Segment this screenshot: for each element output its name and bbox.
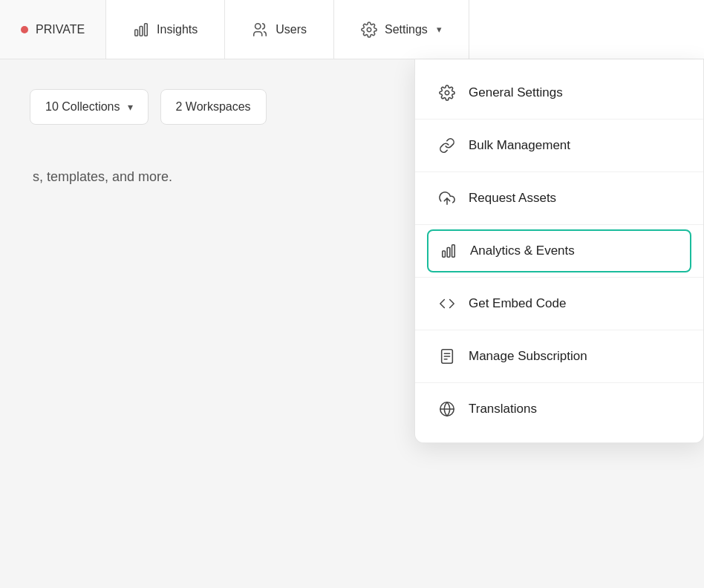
- settings-dropdown: General Settings Bulk Management Request…: [414, 59, 704, 443]
- bar-chart-nav-icon: [133, 22, 149, 38]
- users-label: Users: [276, 23, 307, 36]
- analytics-events-label: Analytics & Events: [470, 244, 575, 258]
- nav-users[interactable]: Users: [225, 0, 334, 59]
- gear-icon: [439, 85, 455, 101]
- globe-icon: [439, 401, 455, 417]
- collections-chevron-icon: ▾: [128, 101, 133, 113]
- dropdown-item-general-settings[interactable]: General Settings: [415, 71, 703, 114]
- dropdown-item-translations[interactable]: Translations: [415, 388, 703, 431]
- users-nav-icon: [252, 22, 268, 38]
- divider-1: [415, 119, 703, 120]
- divider-2: [415, 172, 703, 172]
- settings-label: Settings: [385, 23, 428, 36]
- dropdown-item-get-embed-code[interactable]: Get Embed Code: [415, 282, 703, 325]
- private-dot-icon: [21, 26, 28, 33]
- svg-rect-0: [135, 30, 138, 36]
- dropdown-item-analytics-events[interactable]: Analytics & Events: [427, 229, 691, 272]
- svg-point-4: [367, 27, 371, 32]
- link-icon: [439, 137, 455, 154]
- svg-point-5: [445, 91, 449, 95]
- svg-rect-9: [452, 245, 455, 258]
- analytics-bar-chart-icon: [440, 243, 457, 259]
- request-assets-label: Request Assets: [469, 191, 556, 206]
- private-label: PRIVATE: [36, 23, 85, 36]
- dropdown-item-request-assets[interactable]: Request Assets: [415, 177, 703, 220]
- private-badge-item[interactable]: PRIVATE: [0, 0, 106, 59]
- workspaces-filter-button[interactable]: 2 Workspaces: [160, 89, 267, 125]
- divider-3: [415, 224, 703, 225]
- divider-4: [415, 277, 703, 278]
- svg-rect-1: [140, 26, 143, 36]
- svg-point-3: [255, 23, 261, 28]
- upload-icon: [439, 190, 455, 206]
- svg-rect-2: [145, 23, 148, 36]
- settings-nav-icon: [361, 22, 377, 38]
- svg-rect-7: [443, 251, 446, 257]
- code-icon: [439, 295, 455, 312]
- workspaces-filter-label: 2 Workspaces: [176, 100, 251, 114]
- collections-filter-label: 10 Collections: [45, 100, 120, 114]
- svg-rect-8: [447, 247, 450, 257]
- insights-label: Insights: [157, 23, 198, 36]
- dropdown-item-manage-subscription[interactable]: Manage Subscription: [415, 335, 703, 378]
- get-embed-code-label: Get Embed Code: [469, 296, 566, 311]
- dropdown-item-bulk-management[interactable]: Bulk Management: [415, 124, 703, 167]
- bulk-management-label: Bulk Management: [469, 138, 570, 153]
- general-settings-label: General Settings: [469, 85, 563, 100]
- document-icon: [439, 348, 455, 365]
- chevron-down-icon: ▾: [437, 24, 442, 35]
- divider-5: [415, 330, 703, 330]
- nav-settings[interactable]: Settings ▾: [334, 0, 469, 59]
- divider-6: [415, 382, 703, 383]
- translations-label: Translations: [469, 402, 537, 416]
- nav-insights[interactable]: Insights: [106, 0, 225, 59]
- navbar: PRIVATE Insights Users Settings ▾: [0, 0, 704, 59]
- collections-filter-button[interactable]: 10 Collections ▾: [30, 89, 149, 125]
- manage-subscription-label: Manage Subscription: [469, 349, 587, 364]
